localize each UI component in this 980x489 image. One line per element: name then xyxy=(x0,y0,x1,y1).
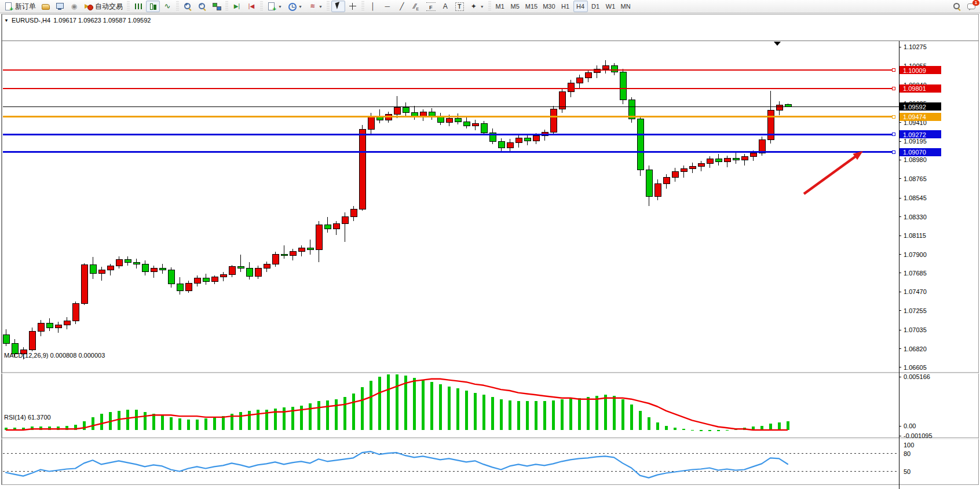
tile-windows-button[interactable] xyxy=(210,1,224,12)
vertical-line-button[interactable]: │ xyxy=(366,1,380,12)
bull-candle xyxy=(568,83,574,92)
search-button[interactable] xyxy=(950,1,964,12)
timeframe-m15-button[interactable]: M15 xyxy=(523,1,540,12)
timeframe-mn-button[interactable]: MN xyxy=(619,1,633,12)
bull-candle xyxy=(654,183,661,197)
signals-button[interactable]: ◉ xyxy=(67,1,81,12)
notification-badge: 1 xyxy=(972,0,979,6)
search-icon xyxy=(952,2,961,11)
bear-candle xyxy=(90,265,96,274)
macd-bar xyxy=(639,411,642,430)
timeframe-m5-button[interactable]: M5 xyxy=(508,1,522,12)
macd-bar xyxy=(439,384,442,430)
profiles-button[interactable]: ▼ xyxy=(285,1,305,12)
macd-bar xyxy=(595,396,598,430)
line-chart-icon: ∿ xyxy=(163,2,172,11)
bull-candle xyxy=(229,267,235,275)
bear-candle xyxy=(620,72,626,100)
text-button[interactable]: A xyxy=(438,1,452,12)
macd-bar xyxy=(222,416,225,430)
equidistant-channel-button[interactable]: ⁄⁄E xyxy=(409,1,423,12)
macd-bar xyxy=(92,417,94,430)
text-label-icon: T xyxy=(455,2,464,11)
timeframe-d1-button[interactable]: D1 xyxy=(588,1,603,12)
terminal-button[interactable] xyxy=(53,1,67,12)
indicators-icon: ≋ xyxy=(308,2,317,11)
macd-bar xyxy=(656,422,659,430)
line-handle[interactable] xyxy=(892,133,895,136)
price-tick-label: 1.08765 xyxy=(904,175,927,182)
new-order-label: 新订单 xyxy=(15,2,36,12)
bull-candle xyxy=(767,110,774,139)
line-handle[interactable] xyxy=(892,115,895,118)
bear-candle xyxy=(125,260,131,263)
fibonacci-icon: F xyxy=(426,2,436,11)
macd-bar xyxy=(526,401,529,430)
rsi-level-label: 80 xyxy=(904,450,910,457)
macd-bar xyxy=(144,412,147,430)
crosshair-icon xyxy=(348,2,357,11)
timeframe-m30-button[interactable]: M30 xyxy=(540,1,557,12)
bull-candle xyxy=(585,73,591,78)
macd-bar xyxy=(561,399,564,430)
bull-candle xyxy=(298,248,305,252)
arrow-annotation[interactable] xyxy=(804,154,859,194)
macd-bar xyxy=(239,412,242,430)
bull-candle xyxy=(81,265,87,303)
bear-candle xyxy=(637,119,643,170)
macd-bar xyxy=(769,424,772,430)
bear-candle xyxy=(524,138,531,141)
timeframe-w1-button[interactable]: W1 xyxy=(604,1,618,12)
bull-candle xyxy=(116,260,122,266)
bull-candle xyxy=(707,159,713,164)
macd-bar xyxy=(509,400,511,430)
line-handle[interactable] xyxy=(892,150,895,153)
horizontal-line-button[interactable]: ─ xyxy=(381,1,394,12)
arrows-button[interactable]: ✦ ▼ xyxy=(467,1,487,12)
market-button[interactable] xyxy=(39,1,52,12)
line-handle[interactable] xyxy=(892,69,895,72)
trendline-button[interactable]: ╱ xyxy=(395,1,409,12)
toolbar-separator xyxy=(176,1,179,12)
crosshair-button[interactable] xyxy=(346,1,360,12)
line-handle[interactable] xyxy=(892,87,895,90)
line-chart-button[interactable]: ∿ xyxy=(160,1,174,12)
price-tick-label: 1.08545 xyxy=(904,194,927,201)
timeframe-m1-button[interactable]: M1 xyxy=(493,1,507,12)
macd-bar xyxy=(674,428,677,430)
bear-candle xyxy=(611,65,617,72)
fibonacci-button[interactable]: F xyxy=(424,1,438,12)
timeframe-h1-button[interactable]: H1 xyxy=(558,1,573,12)
zoom-in-button[interactable]: + xyxy=(181,1,195,12)
new-chart-button[interactable]: ▼ xyxy=(265,1,284,12)
price-axis[interactable]: 1.102751.100551.098401.096251.094101.091… xyxy=(899,43,927,371)
macd-bar xyxy=(283,407,286,430)
macd-bar xyxy=(343,397,346,430)
bear-candle xyxy=(133,262,140,264)
chart-shift-button[interactable]: |◀ xyxy=(244,1,258,12)
market-icon xyxy=(41,2,50,11)
candlestick-chart-button[interactable] xyxy=(146,1,160,12)
bull-candle xyxy=(472,123,478,126)
bull-candle xyxy=(151,269,157,272)
macd-bar xyxy=(317,401,320,430)
bull-candle xyxy=(681,169,687,172)
autotrading-button[interactable]: 自动交易 xyxy=(82,1,125,12)
timeframe-h4-button[interactable]: H4 xyxy=(573,1,588,12)
auto-scroll-button[interactable]: ▶| xyxy=(230,1,244,12)
chart-window: 1.102751.100551.098401.096251.094101.091… xyxy=(0,13,980,489)
indicators-button[interactable]: ≋ ▼ xyxy=(305,1,325,12)
bar-chart-button[interactable] xyxy=(131,1,145,12)
price-tick-label: 1.10275 xyxy=(904,43,927,50)
text-label-button[interactable]: T xyxy=(453,1,466,12)
zoom-out-button[interactable]: − xyxy=(195,1,209,12)
symbol-dropdown-icon[interactable]: ▼ xyxy=(4,18,9,23)
cursor-button[interactable] xyxy=(331,1,345,12)
price-tick-label: 1.07035 xyxy=(904,326,927,333)
chart-ohlc-values: 1.09617 1.09623 1.09587 1.09592 xyxy=(53,17,151,24)
macd-bar xyxy=(248,411,251,430)
svg-text:1.09272: 1.09272 xyxy=(903,131,926,138)
new-order-button[interactable]: 新订单 xyxy=(2,1,38,12)
price-tick-label: 1.06820 xyxy=(904,345,927,352)
notifications-button[interactable]: 1 xyxy=(964,1,978,12)
